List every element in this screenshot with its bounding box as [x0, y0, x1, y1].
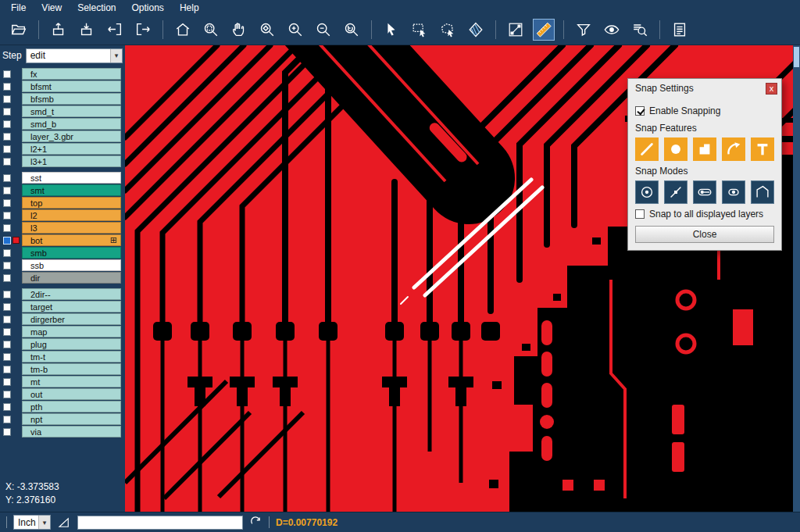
- layer-row[interactable]: out ⊞: [0, 388, 125, 400]
- layer-name[interactable]: sst: [22, 172, 121, 184]
- enable-snapping-row[interactable]: Enable Snapping: [635, 105, 774, 116]
- snap-feature-pad-button[interactable]: [664, 137, 688, 161]
- pan-hand-button[interactable]: [228, 19, 250, 41]
- layer-visibility-checkbox[interactable]: [3, 403, 11, 411]
- layer-name[interactable]: dir: [22, 272, 121, 284]
- layer-visibility-checkbox[interactable]: [3, 187, 11, 195]
- layer-row[interactable]: map ⊞: [0, 326, 125, 337]
- layer-name[interactable]: layer_3.gbr: [22, 130, 121, 142]
- layer-name[interactable]: 2dir--: [22, 288, 121, 300]
- layer-row[interactable]: layer_3.gbr ⊞: [0, 130, 125, 142]
- menu-file[interactable]: File: [3, 1, 34, 15]
- filter-button[interactable]: [573, 19, 595, 41]
- layer-visibility-checkbox[interactable]: [3, 174, 11, 182]
- snap-settings-titlebar[interactable]: Snap Settings x: [628, 79, 781, 98]
- hatch-pattern-button[interactable]: [465, 19, 487, 41]
- layer-visibility-checkbox[interactable]: [3, 237, 11, 245]
- query-find-button[interactable]: [629, 19, 651, 41]
- menu-help[interactable]: Help: [172, 1, 207, 15]
- snap-all-layers-row[interactable]: Snap to all displayed layers: [635, 209, 774, 220]
- close-button[interactable]: Close: [635, 226, 774, 243]
- export-step-button[interactable]: [48, 19, 70, 41]
- layer-row[interactable]: dir ⊞: [0, 272, 125, 284]
- unit-select[interactable]: Inch ▾: [13, 515, 51, 530]
- layer-row[interactable]: tm-b ⊞: [0, 363, 125, 375]
- report-button[interactable]: [669, 19, 691, 41]
- layer-name[interactable]: fx: [22, 68, 121, 80]
- zoom-previous-button[interactable]: [341, 19, 362, 41]
- open-file-button[interactable]: [8, 19, 30, 41]
- snap-mode-contour-button[interactable]: [751, 180, 774, 204]
- layer-row[interactable]: top ⊞: [0, 197, 125, 209]
- step-select[interactable]: edit ▾: [26, 48, 123, 63]
- import-step-button[interactable]: [76, 19, 98, 41]
- menu-view[interactable]: View: [34, 1, 70, 15]
- layer-name[interactable]: bfsmt: [22, 80, 121, 92]
- layer-visibility-checkbox[interactable]: [3, 145, 11, 153]
- snap-feature-line-button[interactable]: [635, 137, 659, 161]
- layer-name[interactable]: l3: [22, 222, 121, 234]
- layer-name[interactable]: top: [22, 197, 121, 209]
- select-pointer-button[interactable]: [380, 19, 402, 41]
- layer-row[interactable]: smt ⊞: [0, 184, 125, 196]
- pcb-canvas[interactable]: Snap Settings x Enable Snapping Snap Fea…: [125, 45, 800, 512]
- snap-mode-point-button[interactable]: [664, 180, 688, 204]
- layer-visibility-checkbox[interactable]: [3, 83, 11, 91]
- layer-visibility-checkbox[interactable]: [3, 70, 11, 78]
- layer-name[interactable]: map: [22, 326, 121, 337]
- layer-row[interactable]: l3+1 ⊞: [0, 155, 125, 167]
- layer-visibility-checkbox[interactable]: [3, 249, 11, 257]
- command-input[interactable]: [77, 516, 243, 530]
- vertical-scrollbar[interactable]: [793, 45, 800, 512]
- zoom-in-button[interactable]: [284, 19, 306, 41]
- menu-selection[interactable]: Selection: [70, 1, 123, 15]
- layer-name[interactable]: smd_b: [22, 118, 121, 130]
- zoom-out-button[interactable]: [312, 19, 334, 41]
- layer-row[interactable]: l2+1 ⊞: [0, 143, 125, 155]
- layer-row[interactable]: l2 ⊞: [0, 209, 125, 221]
- draw-line-button[interactable]: [505, 19, 527, 41]
- triangle-tool-icon[interactable]: [57, 516, 71, 530]
- layer-visibility-checkbox[interactable]: [3, 316, 11, 323]
- layer-row[interactable]: tm-t ⊞: [0, 351, 125, 362]
- layer-visibility-checkbox[interactable]: [3, 199, 11, 207]
- layer-row[interactable]: pth ⊞: [0, 401, 125, 412]
- layer-row[interactable]: plug ⊞: [0, 338, 125, 350]
- layer-name[interactable]: ssb: [22, 259, 121, 271]
- layer-row[interactable]: bfsmt ⊞: [0, 80, 125, 92]
- layer-visibility-checkbox[interactable]: [3, 353, 11, 361]
- layer-visibility-checkbox[interactable]: [3, 303, 11, 311]
- layer-name[interactable]: npt: [22, 413, 121, 425]
- layer-name[interactable]: l3+1: [22, 155, 121, 167]
- select-polygon-button[interactable]: [437, 19, 459, 41]
- layer-visibility-checkbox[interactable]: [3, 341, 11, 348]
- layer-visibility-checkbox[interactable]: [3, 291, 11, 298]
- snap-feature-text-button[interactable]: [751, 137, 774, 161]
- layer-name[interactable]: tm-t: [22, 351, 121, 362]
- layer-visibility-checkbox[interactable]: [3, 262, 11, 270]
- layer-visibility-checkbox[interactable]: [3, 120, 11, 128]
- layer-row[interactable]: ssb ⊞: [0, 259, 125, 271]
- export-right-button[interactable]: [132, 19, 154, 41]
- zoom-window-button[interactable]: [200, 19, 222, 41]
- measure-ruler-button[interactable]: [533, 19, 555, 41]
- snap-mode-center-button[interactable]: [635, 180, 659, 204]
- zoom-object-button[interactable]: [256, 19, 278, 41]
- snap-feature-arc-button[interactable]: [722, 137, 745, 161]
- layer-name[interactable]: l2: [22, 209, 121, 221]
- layer-row[interactable]: bot ⊞: [0, 234, 125, 246]
- layer-name[interactable]: smd_t: [22, 105, 121, 117]
- select-rectangle-button[interactable]: [409, 19, 430, 41]
- layer-name[interactable]: tm-b: [22, 363, 121, 375]
- layer-row[interactable]: dirgerber ⊞: [0, 313, 125, 325]
- layer-name[interactable]: mt: [22, 376, 121, 387]
- visibility-button[interactable]: [601, 19, 623, 41]
- layer-row[interactable]: smd_b ⊞: [0, 118, 125, 130]
- layer-row[interactable]: mt ⊞: [0, 376, 125, 387]
- snap-feature-surface-button[interactable]: [693, 137, 716, 161]
- layer-visibility-checkbox[interactable]: [3, 158, 11, 166]
- enable-snapping-checkbox[interactable]: [635, 106, 645, 116]
- layer-row[interactable]: target ⊞: [0, 301, 125, 312]
- snap-mode-slot-long-button[interactable]: [693, 180, 716, 204]
- layer-row[interactable]: via ⊞: [0, 426, 125, 437]
